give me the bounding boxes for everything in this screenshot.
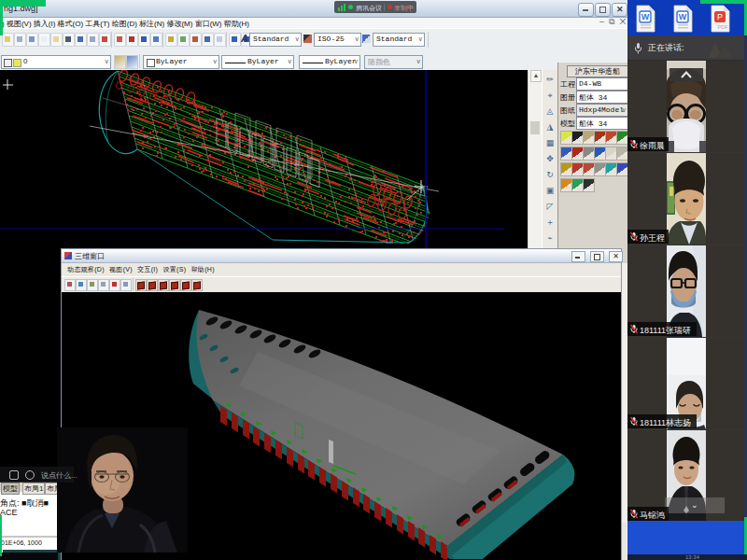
svg-text:P: P (717, 12, 723, 21)
svg-text:PDF: PDF (718, 24, 729, 30)
svg-text:W: W (641, 12, 650, 21)
svg-text:W: W (679, 12, 687, 21)
